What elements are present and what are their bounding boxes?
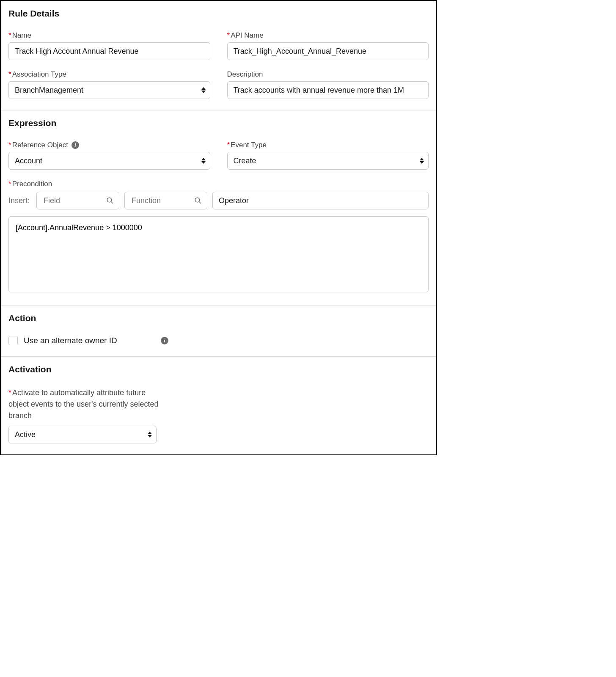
reference-object-select[interactable]: Account bbox=[8, 152, 210, 170]
info-icon[interactable]: i bbox=[72, 141, 79, 149]
svg-marker-0 bbox=[201, 87, 206, 90]
function-lookup-input[interactable] bbox=[131, 196, 194, 206]
section-activation: Activation *Activate to automatically at… bbox=[1, 357, 436, 454]
alternate-owner-row: Use an alternate owner ID i bbox=[8, 336, 429, 345]
svg-point-8 bbox=[195, 198, 200, 202]
svg-marker-1 bbox=[201, 91, 206, 93]
function-lookup[interactable] bbox=[124, 192, 207, 209]
activation-value: Active bbox=[15, 430, 36, 439]
activation-select[interactable]: Active bbox=[8, 426, 157, 443]
search-icon bbox=[194, 197, 202, 204]
svg-marker-10 bbox=[148, 432, 152, 434]
description-label: Description bbox=[227, 70, 429, 79]
section-title-action: Action bbox=[8, 313, 429, 323]
association-type-select[interactable]: BranchManagement bbox=[8, 81, 210, 99]
reference-object-value: Account bbox=[15, 157, 42, 165]
search-icon bbox=[106, 197, 114, 204]
description-input[interactable] bbox=[227, 81, 429, 99]
section-rule-details: Rule Details *Name *API Name *Associatio… bbox=[1, 1, 436, 110]
select-arrows-icon bbox=[201, 158, 206, 164]
section-action: Action Use an alternate owner ID i bbox=[1, 305, 436, 357]
association-type-value: BranchManagement bbox=[15, 86, 83, 95]
svg-line-7 bbox=[111, 201, 113, 204]
precondition-textarea[interactable] bbox=[8, 216, 429, 292]
reference-object-label: *Reference Object bbox=[8, 141, 68, 149]
section-title-rule-details: Rule Details bbox=[8, 8, 429, 19]
api-name-input[interactable] bbox=[227, 42, 429, 60]
field-name: *Name bbox=[8, 31, 210, 60]
rule-form: Rule Details *Name *API Name *Associatio… bbox=[0, 0, 437, 455]
section-title-expression: Expression bbox=[8, 118, 429, 128]
name-label: *Name bbox=[8, 31, 210, 40]
event-type-value: Create bbox=[234, 157, 256, 165]
select-arrows-icon bbox=[201, 87, 206, 93]
info-icon[interactable]: i bbox=[161, 337, 168, 344]
svg-marker-11 bbox=[148, 435, 152, 438]
event-type-select[interactable]: Create bbox=[227, 152, 429, 170]
operator-select[interactable]: Operator bbox=[212, 192, 429, 209]
select-arrows-icon bbox=[148, 432, 152, 438]
field-reference-object: *Reference Object i Account bbox=[8, 141, 210, 170]
field-event-type: *Event Type Create bbox=[227, 141, 429, 170]
field-description: Description bbox=[227, 70, 429, 99]
section-expression: Expression *Reference Object i Account *… bbox=[1, 110, 436, 305]
field-lookup[interactable] bbox=[36, 192, 119, 209]
svg-marker-3 bbox=[201, 161, 206, 164]
svg-line-9 bbox=[199, 201, 201, 204]
api-name-label: *API Name bbox=[227, 31, 429, 40]
association-type-label: *Association Type bbox=[8, 70, 210, 79]
svg-marker-5 bbox=[420, 161, 424, 164]
svg-marker-2 bbox=[201, 158, 206, 160]
operator-placeholder: Operator bbox=[219, 196, 249, 205]
field-precondition: *Precondition Insert: Operator bbox=[8, 180, 429, 294]
insert-label: Insert: bbox=[8, 196, 30, 205]
field-association-type: *Association Type BranchManagement bbox=[8, 70, 210, 99]
activation-label: *Activate to automatically attribute fut… bbox=[8, 387, 161, 421]
select-arrows-icon bbox=[420, 158, 424, 164]
event-type-label: *Event Type bbox=[227, 141, 429, 149]
insert-row: Insert: Operator bbox=[8, 192, 429, 209]
field-api-name: *API Name bbox=[227, 31, 429, 60]
field-lookup-input[interactable] bbox=[43, 196, 106, 206]
section-title-activation: Activation bbox=[8, 364, 429, 374]
precondition-label: *Precondition bbox=[8, 180, 429, 188]
name-input[interactable] bbox=[8, 42, 210, 60]
svg-marker-4 bbox=[420, 158, 424, 160]
alternate-owner-checkbox[interactable] bbox=[8, 336, 18, 345]
alternate-owner-label: Use an alternate owner ID bbox=[24, 336, 155, 345]
svg-point-6 bbox=[107, 198, 112, 202]
